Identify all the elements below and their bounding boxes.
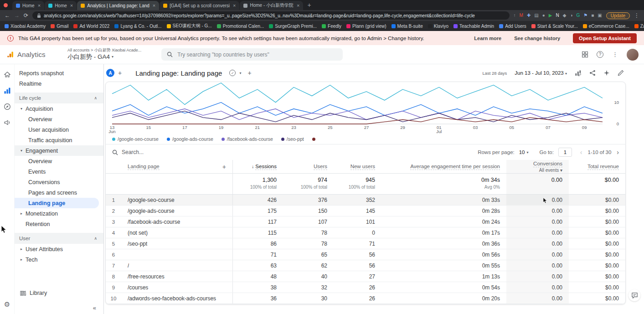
side-panel-icon[interactable]: ▣ xyxy=(598,13,602,18)
previous-page-icon[interactable]: ‹ xyxy=(580,149,582,156)
explore-icon[interactable] xyxy=(2,102,12,112)
bookmark-item[interactable]: Feedly xyxy=(322,24,341,29)
column-avg-engagement-time[interactable]: Average engagement time per session xyxy=(381,160,506,173)
sidebar-item-monetization[interactable]: ▸Monetization xyxy=(15,208,103,219)
edit-icon[interactable] xyxy=(618,70,624,76)
sidebar-item-user-attributes[interactable]: ▸User Attributes xyxy=(15,244,103,254)
camera-icon[interactable]: ● xyxy=(542,13,545,18)
bookmark-item[interactable]: Meta B-suite xyxy=(392,24,423,29)
tab-close-icon[interactable]: × xyxy=(38,3,41,8)
close-window-button[interactable] xyxy=(4,3,8,7)
sidebar-item-events[interactable]: Events xyxy=(15,166,103,177)
sidebar-item-overview[interactable]: Overview xyxy=(15,114,103,124)
grammarly-icon[interactable]: G xyxy=(577,13,580,18)
contrast-icon[interactable]: ◑ xyxy=(570,13,572,18)
browser-tab[interactable]: Analytics | Landing page: Land× xyxy=(77,1,159,10)
forward-icon[interactable]: → xyxy=(14,12,20,19)
bookmark-item[interactable]: Gmail xyxy=(51,24,68,29)
open-setup-assistant-button[interactable]: Open Setup Assistant xyxy=(573,33,637,43)
reload-icon[interactable]: ⟳ xyxy=(24,12,28,19)
bookmark-item[interactable]: eCommerce Case... xyxy=(583,24,629,29)
sidebar-item-engagement[interactable]: ▾Engagement xyxy=(15,145,103,156)
bookmark-item[interactable]: Promotional Calen... xyxy=(217,24,264,29)
gmail-icon[interactable]: M xyxy=(520,13,523,18)
browser-tab[interactable]: Home - 小白新势学院× xyxy=(240,1,303,10)
sidebar-item-traffic-acquisition[interactable]: Traffic acquisition xyxy=(15,135,103,145)
sidebar-item-conversions[interactable]: Conversions xyxy=(15,177,103,187)
avatar[interactable] xyxy=(627,49,639,61)
rows-per-page-select[interactable]: 10 xyxy=(519,149,525,155)
add-report-icon[interactable]: + xyxy=(247,69,251,77)
learn-more-link[interactable]: Learn more xyxy=(474,36,501,41)
sidebar-item-landing-page[interactable]: Landing page xyxy=(15,198,99,208)
sidebar-item-acquisition[interactable]: ▾Acquisition xyxy=(15,103,103,114)
bookmark-item[interactable]: Teachable Admin xyxy=(453,24,494,29)
column-conversions[interactable]: Conversions All events ▾ xyxy=(506,160,569,173)
sidebar-item-realtime[interactable]: Realtime xyxy=(15,78,103,89)
magic-wand-icon[interactable]: ✚ xyxy=(527,13,531,18)
sidebar-item-tech[interactable]: ▸Tech xyxy=(15,254,103,265)
bookmark-item[interactable]: Zap History xyxy=(634,24,644,29)
advertising-icon[interactable] xyxy=(2,118,12,128)
diagnostics-grid-icon[interactable] xyxy=(582,51,588,57)
conversions-event-filter[interactable]: All events ▾ xyxy=(539,168,562,173)
puzzle-extensions-icon[interactable]: ◆ xyxy=(563,13,567,18)
browser-tab[interactable]: [GA4] Set up a scroll conversi× xyxy=(160,1,239,10)
browser-menu-icon[interactable]: ⋮ xyxy=(634,12,639,19)
apps-grid-icon[interactable]: ▤ xyxy=(534,13,538,18)
column-sessions[interactable]: ↓Sessions xyxy=(233,160,283,173)
new-tab-icon[interactable]: + xyxy=(307,1,311,9)
see-change-history-link[interactable]: See change history xyxy=(514,36,560,41)
tab-close-icon[interactable]: × xyxy=(233,3,236,8)
share-icon[interactable]: ↑ xyxy=(514,13,516,18)
column-total-revenue[interactable]: Total revenue xyxy=(569,160,625,173)
bookmark-item[interactable]: SEO课程大纲 - G... xyxy=(167,23,212,29)
insights-icon[interactable] xyxy=(603,70,610,76)
add-dimension-icon[interactable]: + xyxy=(222,163,226,170)
bookmark-item[interactable]: Add Users xyxy=(499,24,526,29)
property-switcher[interactable]: All accounts > 小白新势 Xiaobai Acade... 小白新… xyxy=(67,48,141,61)
notion-icon[interactable]: N xyxy=(556,13,559,18)
bookmark-item[interactable]: Ad World 2022 xyxy=(73,24,109,29)
bookmark-item[interactable]: Start & Scale Your... xyxy=(531,24,578,29)
search-input[interactable]: Try searching "top countries by users" xyxy=(161,48,343,61)
bookmark-item[interactable]: Plann (grid view) xyxy=(346,24,386,29)
report-dropdown-icon[interactable]: ▾ xyxy=(239,71,241,75)
add-comparison-icon[interactable]: + xyxy=(118,69,122,77)
play-icon[interactable]: ▶ xyxy=(549,13,552,18)
column-new-users[interactable]: New users xyxy=(334,160,381,173)
go-to-page-input[interactable]: 1 xyxy=(558,148,572,157)
url-input[interactable]: analytics.google.com/analytics/web/?auth… xyxy=(32,11,510,20)
home-icon[interactable] xyxy=(2,70,12,80)
sidebar-item-overview[interactable]: Overview xyxy=(15,156,103,166)
bookmark-item[interactable]: Lyang & Co. - Outl... xyxy=(114,24,161,29)
tab-close-icon[interactable]: × xyxy=(297,3,299,8)
back-icon[interactable]: ← xyxy=(5,12,10,19)
bookmark-item[interactable]: Klaviyo xyxy=(428,24,448,29)
table-search-input[interactable]: Search... xyxy=(122,149,144,155)
sidebar-item-user[interactable]: User∧ xyxy=(15,233,103,244)
share-icon[interactable] xyxy=(589,70,596,76)
more-vert-icon[interactable]: ⋮ xyxy=(612,51,618,58)
sidebar-item-user-acquisition[interactable]: User acquisition xyxy=(15,124,103,135)
feedback-button[interactable] xyxy=(629,289,640,301)
browser-tab[interactable]: Home× xyxy=(12,1,44,10)
column-users[interactable]: Users xyxy=(283,160,334,173)
bookmark-item[interactable]: Xiaobai Academy xyxy=(5,24,46,29)
screenshot-icon[interactable]: ■ xyxy=(591,13,594,18)
next-page-icon[interactable]: › xyxy=(617,149,619,156)
date-range-selector[interactable]: Jun 13 - Jul 10, 2023 ▾ xyxy=(515,70,567,76)
sidebar-item-reports-snapshot[interactable]: Reports snapshot xyxy=(15,68,103,78)
column-landing-page[interactable]: Landing page + xyxy=(121,160,233,173)
rows-per-page-caret-icon[interactable]: ▾ xyxy=(527,150,529,154)
tab-close-icon[interactable]: × xyxy=(153,3,155,8)
sidebar-item-pages-and-screens[interactable]: Pages and screens xyxy=(15,187,103,198)
admin-gear-icon[interactable]: ⚙ xyxy=(4,300,10,309)
reports-icon[interactable] xyxy=(2,86,12,96)
customize-report-icon[interactable] xyxy=(575,70,582,77)
update-button[interactable]: Update xyxy=(606,12,630,19)
browser-tab[interactable]: Home× xyxy=(45,1,77,10)
collapse-sidebar-icon[interactable]: « xyxy=(93,304,96,311)
help-icon[interactable]: ? xyxy=(597,51,603,58)
table-search-icon[interactable] xyxy=(112,149,118,155)
